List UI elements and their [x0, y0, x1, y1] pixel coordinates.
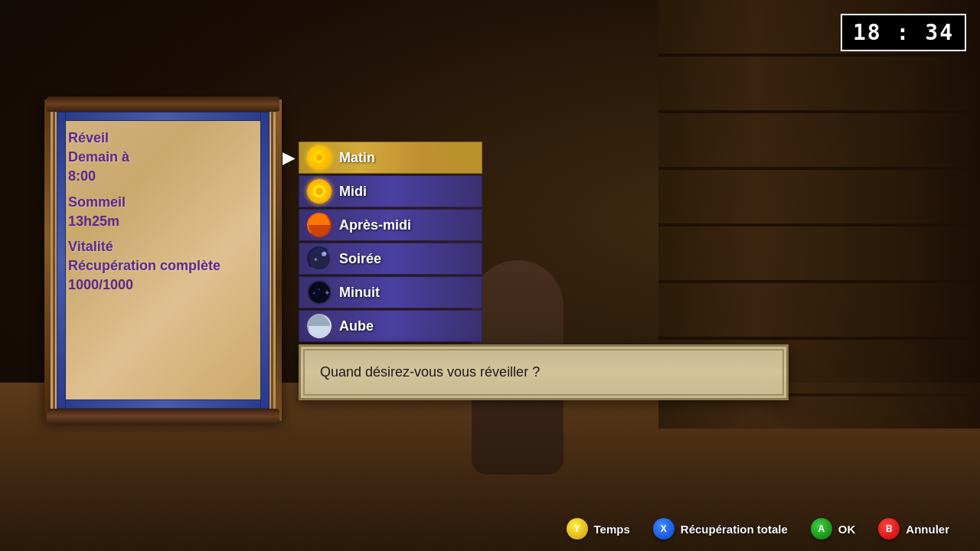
sleep-duration-value: 13h25m — [68, 212, 258, 231]
svg-point-10 — [309, 248, 330, 269]
recuperation-button-icon: X — [653, 518, 675, 540]
recuperation-label: Récupération complète — [68, 256, 258, 276]
time-value: 8:00 — [68, 167, 258, 186]
parchment-content: Réveil Demain à 8:00 Sommeil 13h25m Vita… — [64, 121, 262, 309]
svg-point-11 — [322, 252, 326, 256]
scroll-top-decoration — [47, 96, 279, 112]
blue-border-top — [57, 112, 270, 121]
menu-item-midi[interactable]: Midi — [299, 175, 482, 207]
matin-icon — [307, 145, 332, 170]
bottom-button-bar: Y Temps X Récupération totale A OK B Ann… — [0, 518, 980, 540]
minuit-icon: ✦ — [307, 280, 332, 305]
dialog-box: Quand désirez-vous vous réveiller ? — [299, 344, 789, 400]
soiree-label: Soirée — [339, 251, 381, 267]
matin-label: Matin — [339, 150, 375, 166]
hp-value: 1000/1000 — [68, 276, 258, 295]
ok-button-item[interactable]: A OK — [811, 518, 856, 540]
demain-label: Demain à — [68, 148, 258, 167]
selection-arrow: ▶ — [283, 148, 294, 167]
apres-midi-label: Après-midi — [339, 217, 411, 233]
ok-button-label: OK — [838, 523, 856, 536]
parchment: Réveil Demain à 8:00 Sommeil 13h25m Vita… — [44, 99, 282, 421]
blue-border-bottom — [57, 399, 270, 409]
apres-midi-icon — [307, 213, 332, 237]
temps-button-icon: Y — [567, 518, 588, 540]
svg-point-1 — [316, 155, 322, 161]
recuperation-button-item[interactable]: X Récupération totale — [653, 518, 788, 540]
clock-display: 18 : 34 — [841, 14, 966, 51]
midi-label: Midi — [339, 184, 367, 200]
aube-label: Aube — [339, 318, 374, 334]
temps-button-item[interactable]: Y Temps — [567, 518, 630, 540]
svg-point-7 — [315, 187, 323, 195]
menu-item-soiree[interactable]: ✦ Soirée — [299, 243, 482, 275]
sommeil-label: Sommeil — [68, 193, 258, 212]
recuperation-button-label: Récupération totale — [681, 523, 788, 536]
annuler-button-item[interactable]: B Annuler — [878, 518, 949, 540]
svg-text:✦: ✦ — [313, 256, 318, 263]
left-panel: Réveil Demain à 8:00 Sommeil 13h25m Vita… — [44, 99, 282, 421]
aube-icon — [307, 314, 332, 338]
annuler-button-icon: B — [878, 518, 900, 540]
soiree-icon: ✦ — [307, 246, 332, 271]
svg-point-16 — [318, 289, 321, 291]
ok-button-icon: A — [811, 518, 832, 540]
annuler-button-label: Annuler — [906, 523, 949, 536]
midi-icon — [307, 179, 332, 204]
reveil-label: Réveil — [68, 129, 258, 148]
scroll-bottom-decoration — [47, 409, 279, 424]
vitalite-label: Vitalité — [68, 237, 258, 256]
menu-item-matin[interactable]: ▶ Matin — [299, 142, 482, 174]
temps-button-label: Temps — [594, 523, 630, 536]
time-selection-menu: ▶ Matin Midi — [299, 142, 482, 344]
menu-item-aube[interactable]: Aube — [299, 310, 482, 342]
svg-text:✦: ✦ — [312, 291, 315, 295]
dialog-text: Quand désirez-vous vous réveiller ? — [320, 364, 540, 380]
menu-item-minuit[interactable]: ✦ Minuit — [299, 276, 482, 308]
clock-time: 18 : 34 — [853, 20, 954, 45]
menu-item-apres-midi[interactable]: Après-midi — [299, 209, 482, 241]
minuit-label: Minuit — [339, 285, 380, 301]
